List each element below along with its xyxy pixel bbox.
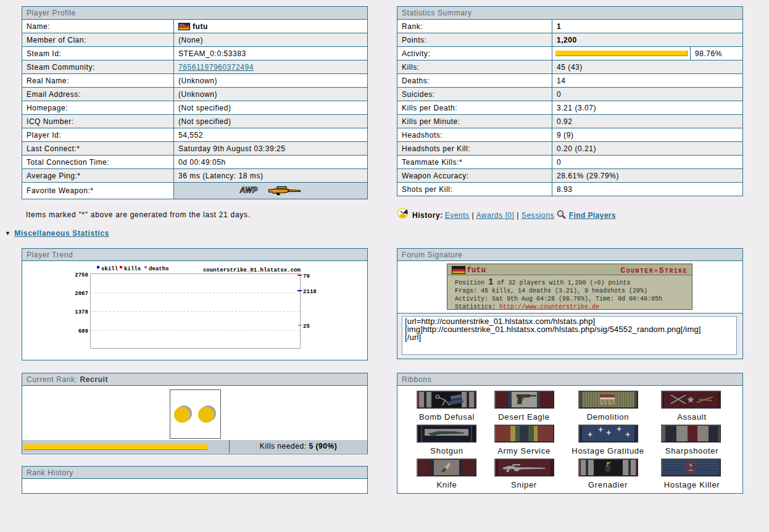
svg-text:2067: 2067 [75, 291, 88, 297]
svg-text:skill: skill [101, 266, 118, 272]
svg-text:79: 79 [303, 273, 310, 280]
svg-text:deaths: deaths [149, 266, 169, 272]
svg-text:2756: 2756 [75, 272, 88, 278]
svg-text:kills: kills [124, 266, 141, 272]
svg-text:counterstrike_01.hlstatsx.com: counterstrike_01.hlstatsx.com [203, 267, 301, 273]
svg-text:1378: 1378 [75, 309, 88, 315]
svg-text:2118: 2118 [303, 289, 317, 295]
svg-text:689: 689 [78, 328, 88, 335]
svg-text:25: 25 [303, 323, 310, 330]
